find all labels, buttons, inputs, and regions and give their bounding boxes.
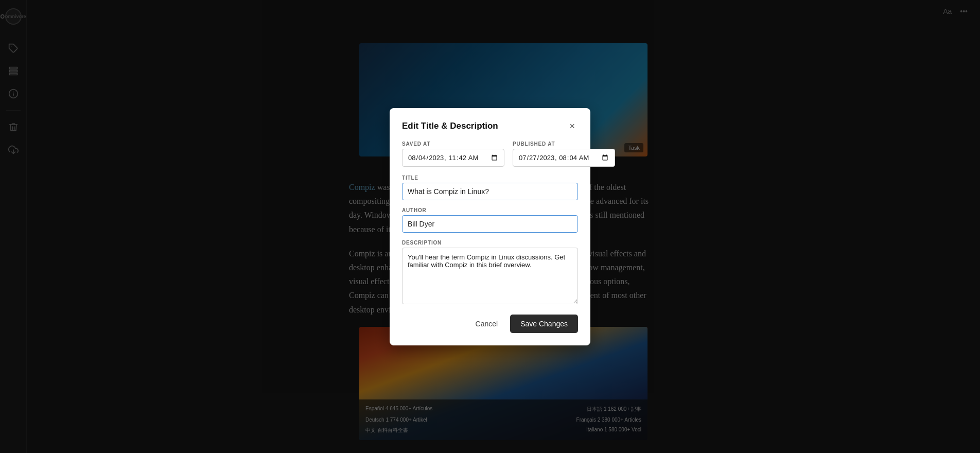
title-field: TITLE — [402, 175, 578, 200]
modal-actions: Cancel Save Changes — [402, 315, 578, 333]
description-label: DESCRIPTION — [402, 240, 578, 246]
modal-overlay[interactable]: Edit Title & Description × SAVED AT PUBL… — [0, 0, 980, 453]
published-at-label: PUBLISHED AT — [513, 141, 615, 147]
modal-header: Edit Title & Description × — [402, 120, 578, 132]
modal-title: Edit Title & Description — [402, 121, 498, 131]
author-input[interactable] — [402, 215, 578, 233]
saved-at-field: SAVED AT — [402, 141, 504, 167]
saved-at-input[interactable] — [402, 149, 504, 167]
saved-at-label: SAVED AT — [402, 141, 504, 147]
cancel-button[interactable]: Cancel — [469, 316, 504, 332]
save-changes-button[interactable]: Save Changes — [510, 315, 578, 333]
title-input[interactable] — [402, 183, 578, 200]
description-textarea[interactable]: You'll hear the term Compiz in Linux dis… — [402, 248, 578, 304]
published-at-field: PUBLISHED AT — [513, 141, 615, 167]
title-label: TITLE — [402, 175, 578, 181]
description-field: DESCRIPTION You'll hear the term Compiz … — [402, 240, 578, 306]
modal-close-button[interactable]: × — [566, 120, 578, 132]
edit-title-description-modal: Edit Title & Description × SAVED AT PUBL… — [390, 108, 590, 345]
author-label: AUTHOR — [402, 207, 578, 213]
modal-dates-row: SAVED AT PUBLISHED AT — [402, 141, 578, 167]
published-at-input[interactable] — [513, 149, 615, 167]
author-field: AUTHOR — [402, 207, 578, 233]
